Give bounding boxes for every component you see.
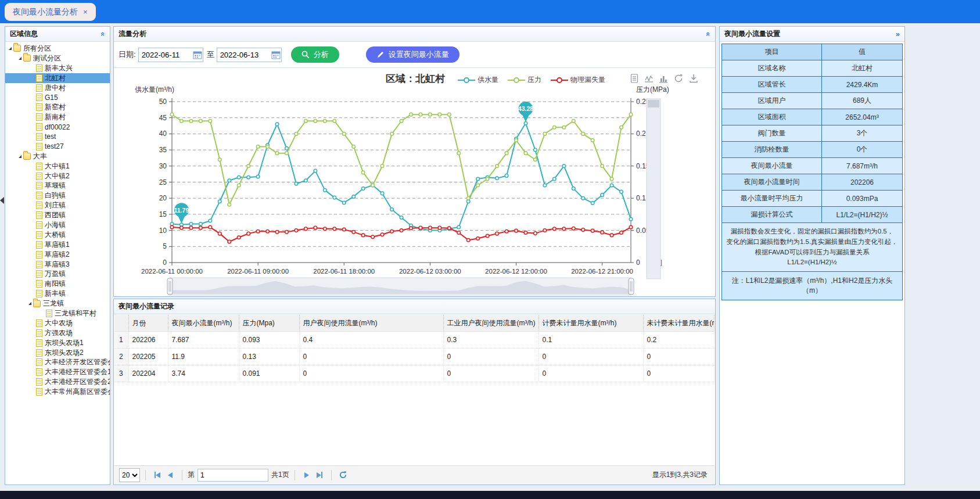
tree-expand-arrow-icon[interactable] bbox=[19, 57, 21, 60]
tree-node[interactable]: 新丰镇 bbox=[5, 289, 110, 299]
tree-node[interactable]: 东坝头农场1 bbox=[5, 338, 110, 348]
tree-node[interactable]: 草堰镇 bbox=[5, 181, 110, 191]
reload-icon[interactable] bbox=[337, 469, 350, 482]
tree-node[interactable]: 草庙镇3 bbox=[5, 260, 110, 270]
legend-item-供水量[interactable]: 供水量 bbox=[458, 75, 498, 85]
tree-node[interactable]: 西团镇 bbox=[5, 210, 110, 220]
table-row[interactable]: 12022067.6870.0930.40.30.10.2 bbox=[114, 332, 715, 349]
settings-cell: 区域用户 bbox=[722, 93, 822, 109]
file-icon bbox=[36, 94, 42, 101]
tree-node[interactable]: test bbox=[5, 132, 110, 142]
tree-node[interactable]: 草庙镇2 bbox=[5, 250, 110, 260]
bar-chart-icon[interactable] bbox=[659, 73, 668, 84]
tree-node[interactable]: test27 bbox=[5, 142, 110, 152]
svg-text:2022-06-11 09:00:00: 2022-06-11 09:00:00 bbox=[227, 268, 289, 275]
tree-node[interactable]: 大丰港经开区管委会1 bbox=[5, 367, 110, 377]
tree-node[interactable]: 三龙镇 bbox=[5, 299, 110, 308]
table-row[interactable]: 220220511.90.130000 bbox=[114, 349, 715, 365]
legend-item-压力[interactable]: 压力 bbox=[508, 75, 541, 85]
settings-row: 夜间最小流量时间202206 bbox=[722, 174, 903, 191]
tree-node[interactable]: G15 bbox=[5, 92, 110, 102]
table-cell: 2 bbox=[114, 349, 128, 365]
collapse-up-icon[interactable]: « bbox=[705, 32, 712, 36]
tab-night-min-flow-analysis[interactable]: 夜间最小流量分析 × bbox=[5, 3, 96, 21]
tab-close-icon[interactable]: × bbox=[83, 8, 88, 16]
date-to-input[interactable] bbox=[217, 50, 271, 60]
tree-node[interactable]: 万盈镇 bbox=[5, 269, 110, 279]
tree-node[interactable]: 所有分区 bbox=[5, 44, 110, 53]
tree-node[interactable]: 大中农场 bbox=[5, 318, 110, 328]
page-number-input[interactable] bbox=[198, 469, 268, 482]
tree-node[interactable]: 大丰 bbox=[5, 152, 110, 161]
settings-cell: 0.093mPa bbox=[822, 191, 903, 207]
tree-node[interactable]: 测试分区 bbox=[5, 53, 110, 63]
bottom-taskbar bbox=[0, 491, 980, 499]
tree-node[interactable]: 新窑村 bbox=[5, 102, 110, 112]
refresh-icon[interactable] bbox=[673, 73, 684, 84]
tree-node[interactable]: 刘庄镇 bbox=[5, 200, 110, 210]
tree-node[interactable]: 方强农场 bbox=[5, 328, 110, 338]
prev-page-button[interactable] bbox=[164, 469, 177, 482]
legend-marker-icon bbox=[458, 77, 475, 84]
tree-node[interactable]: 大丰经济开发区管委会 bbox=[5, 358, 110, 368]
analyze-label: 分析 bbox=[314, 49, 329, 60]
flow-analysis-panel: 流量分析 « 日期: 至 bbox=[113, 26, 716, 297]
tree-node[interactable]: 白驹镇 bbox=[5, 191, 110, 200]
file-icon bbox=[36, 133, 42, 141]
file-icon bbox=[36, 74, 42, 82]
page-size-select[interactable]: 20 bbox=[119, 468, 140, 482]
leak-rate-footnote: 注：L1和L2是漏损速率（m³/h）,H1和H2是压力水头（m） bbox=[722, 272, 903, 300]
tree-node-label: 草庙镇2 bbox=[45, 250, 70, 260]
set-night-min-flow-button[interactable]: 设置夜间最小流量 bbox=[366, 46, 460, 63]
tree-expand-arrow-icon[interactable] bbox=[19, 155, 21, 158]
folder-icon bbox=[13, 45, 21, 52]
collapse-right-icon[interactable]: » bbox=[896, 30, 900, 38]
settings-cell: 区域管长 bbox=[722, 77, 822, 93]
tree-node-label: 白驹镇 bbox=[45, 191, 66, 200]
tree-node[interactable]: df00022 bbox=[5, 122, 110, 132]
date-from-input[interactable] bbox=[139, 50, 193, 60]
legend-marker-icon bbox=[508, 77, 525, 84]
tree-node[interactable]: 小海镇 bbox=[5, 220, 110, 230]
tree-node[interactable]: 唐中村 bbox=[5, 83, 110, 93]
table-row[interactable]: 32022043.740.0910000 bbox=[114, 365, 715, 382]
file-icon bbox=[36, 163, 42, 170]
tree-node[interactable]: 东坝头农场2 bbox=[5, 348, 110, 358]
tree-node[interactable]: 南阳镇 bbox=[5, 279, 110, 289]
line-chart-icon[interactable] bbox=[644, 73, 654, 84]
tree-node[interactable]: 新南村 bbox=[5, 112, 110, 122]
calendar-icon[interactable] bbox=[271, 51, 281, 59]
records-column-header: 月份 bbox=[128, 315, 168, 332]
data-view-icon[interactable] bbox=[630, 73, 639, 84]
settings-cell: 夜间最小流量 bbox=[722, 158, 822, 174]
settings-cell: 阀门数量 bbox=[722, 125, 822, 142]
file-icon bbox=[36, 103, 42, 111]
tree-node[interactable]: 三龙镇和平村 bbox=[5, 308, 110, 318]
tree-expand-arrow-icon[interactable] bbox=[28, 302, 31, 305]
legend-item-物理漏失量[interactable]: 物理漏失量 bbox=[551, 75, 605, 85]
tree-expand-arrow-icon[interactable] bbox=[9, 47, 12, 50]
analyze-button[interactable]: 分析 bbox=[291, 46, 339, 63]
tree-node[interactable]: 新丰太兴 bbox=[5, 63, 110, 73]
settings-cell: 区域名称 bbox=[722, 60, 822, 77]
tree-node[interactable]: 北虹村 bbox=[5, 73, 110, 83]
records-column-header: 压力(Mpa) bbox=[239, 315, 299, 332]
tree-node-label: 万盈镇 bbox=[45, 269, 66, 279]
tree-node[interactable]: 大丰常州高新区管委会 bbox=[5, 387, 110, 397]
calendar-icon[interactable] bbox=[193, 51, 202, 59]
last-page-button[interactable] bbox=[313, 469, 326, 482]
first-page-button[interactable] bbox=[151, 469, 164, 482]
datazoom-handle[interactable] bbox=[629, 278, 634, 295]
collapse-up-icon[interactable]: « bbox=[99, 32, 107, 36]
next-page-button[interactable] bbox=[300, 469, 313, 482]
tree-node[interactable]: 大桥镇 bbox=[5, 230, 110, 240]
night-min-flow-settings-panel: 夜间最小流量设置 » 项目值区域名称北虹村区域管长2429.4Km区域用户689… bbox=[719, 26, 905, 485]
vertical-zoom-slider[interactable] bbox=[647, 99, 660, 279]
tree-node[interactable]: 草庙镇1 bbox=[5, 240, 110, 250]
tree-node[interactable]: 大中镇2 bbox=[5, 171, 110, 181]
tree-node[interactable]: 大中镇1 bbox=[5, 161, 110, 171]
datazoom-handle[interactable] bbox=[167, 278, 173, 295]
download-icon[interactable] bbox=[689, 73, 698, 84]
left-edge-collapse-icon[interactable] bbox=[0, 197, 4, 204]
tree-node[interactable]: 大丰港经开区管委会2 bbox=[5, 377, 110, 387]
